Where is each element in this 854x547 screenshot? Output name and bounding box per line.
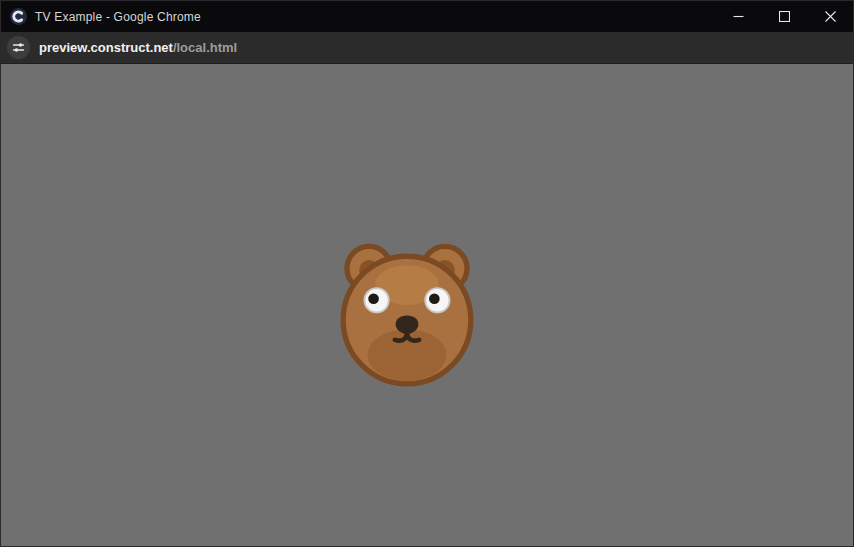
bear-right-pupil (429, 293, 440, 304)
address-bar: preview.construct.net/local.html (1, 32, 853, 64)
window-controls (715, 1, 853, 32)
browser-window: TV Example - Google Chrome (0, 0, 854, 547)
titlebar: TV Example - Google Chrome (1, 1, 853, 32)
minimize-button[interactable] (715, 1, 761, 32)
minimize-icon (733, 11, 744, 22)
url-text[interactable]: preview.construct.net/local.html (39, 40, 237, 55)
url-path: /local.html (173, 40, 237, 55)
bear-left-pupil (368, 293, 379, 304)
tune-sliders-icon[interactable] (7, 36, 30, 59)
close-button[interactable] (807, 1, 853, 32)
page-content (1, 64, 853, 546)
maximize-button[interactable] (761, 1, 807, 32)
url-host: preview.construct.net (39, 40, 173, 55)
close-icon (825, 11, 836, 22)
construct-logo-icon (10, 8, 27, 25)
maximize-icon (779, 11, 790, 22)
bear-face-image (331, 241, 483, 387)
window-title: TV Example - Google Chrome (35, 10, 201, 24)
